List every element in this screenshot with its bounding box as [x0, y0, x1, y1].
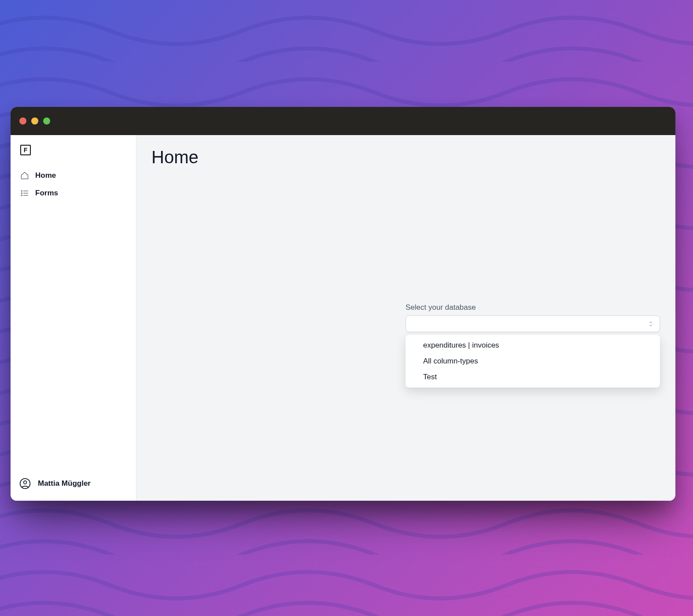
nav-item-label: Forms — [35, 189, 58, 198]
svg-point-8 — [24, 481, 27, 484]
home-icon — [20, 171, 29, 180]
nav-item-home[interactable]: Home — [16, 167, 131, 184]
app-logo[interactable]: F — [20, 145, 31, 155]
main-content: Home Select your database expenditures |… — [136, 135, 675, 501]
sidebar: F Home — [11, 135, 136, 501]
select-option[interactable]: expenditures | invoices — [405, 337, 660, 353]
page-title: Home — [151, 147, 660, 167]
database-select[interactable] — [405, 315, 660, 332]
database-select-dropdown: expenditures | invoices All column-types… — [405, 335, 660, 388]
list-icon — [20, 189, 29, 198]
database-select-field: Select your database expenditures | invo… — [405, 303, 660, 388]
window-minimize-button[interactable] — [31, 117, 38, 125]
chevron-up-down-icon — [647, 320, 654, 327]
app-window: F Home — [11, 107, 675, 501]
select-option[interactable]: All column-types — [405, 353, 660, 369]
svg-point-6 — [21, 195, 22, 196]
select-label: Select your database — [405, 303, 660, 312]
window-titlebar — [11, 107, 675, 135]
svg-point-4 — [21, 191, 22, 191]
window-maximize-button[interactable] — [43, 117, 50, 125]
nav-item-label: Home — [35, 171, 56, 180]
svg-point-5 — [21, 193, 22, 194]
user-icon — [19, 478, 31, 489]
user-menu[interactable]: Mattia Müggler — [16, 473, 131, 494]
nav-item-forms[interactable]: Forms — [16, 184, 131, 202]
user-name: Mattia Müggler — [38, 479, 91, 488]
window-close-button[interactable] — [19, 117, 26, 125]
select-option[interactable]: Test — [405, 369, 660, 385]
